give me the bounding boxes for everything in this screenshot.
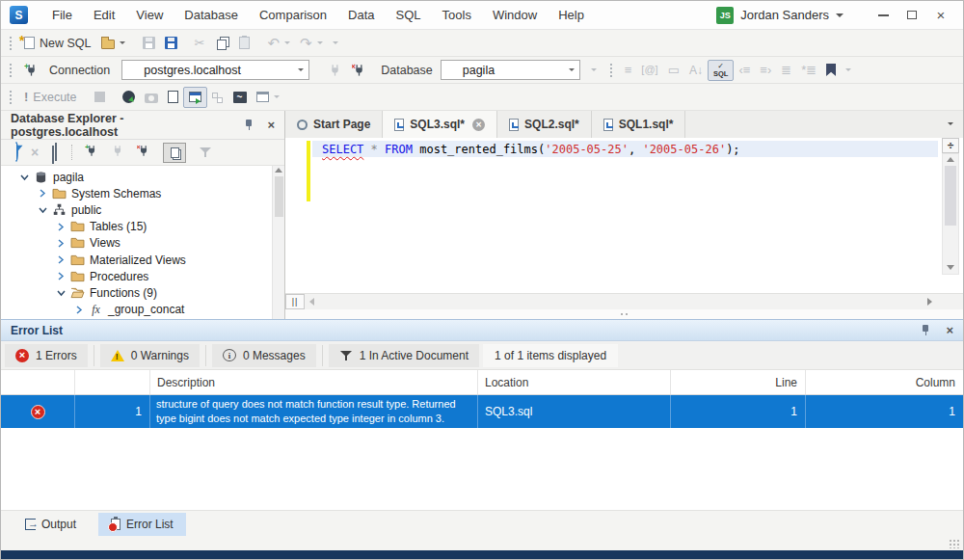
export-script-button[interactable] — [163, 87, 183, 108]
column-header-icon[interactable] — [1, 370, 75, 394]
explorer-close-button[interactable]: × — [267, 119, 275, 131]
minimize-button[interactable] — [869, 1, 897, 30]
export-data-button[interactable] — [183, 87, 207, 108]
disconnect-button[interactable]: × — [347, 60, 371, 81]
menu-item-tools[interactable]: Tools — [432, 1, 482, 30]
cut-button[interactable]: ✂ — [190, 33, 210, 54]
filter-errors-button[interactable]: 1 Errors — [5, 344, 88, 367]
tab-start-page[interactable]: Start Page — [285, 111, 383, 138]
refresh-button[interactable] — [14, 144, 18, 161]
find-in-text-button[interactable]: [@] — [636, 60, 662, 81]
menu-item-file[interactable]: File — [41, 1, 83, 30]
explorer-filter-button[interactable] — [199, 146, 212, 159]
explorer-pin-button[interactable] — [244, 119, 254, 131]
expand-arrow-icon[interactable] — [57, 237, 69, 249]
column-header-number[interactable] — [75, 370, 150, 394]
error-row-selected[interactable]: 1 structure of query does not match func… — [1, 395, 963, 428]
expand-arrow-icon[interactable] — [57, 221, 69, 232]
tab-sql2[interactable]: SQL2.sql* — [497, 111, 592, 138]
filter-messages-button[interactable]: 0 Messages — [212, 344, 316, 367]
chart-designer-button[interactable]: ~ — [228, 87, 252, 108]
tab-error-list[interactable]: Error List — [98, 513, 186, 536]
collapse-arrow-icon[interactable] — [20, 172, 33, 183]
stop-button[interactable] — [90, 87, 110, 108]
tree-item-group-concat[interactable]: fx_group_concat — [1, 302, 284, 318]
filter-warnings-button[interactable]: 0 Warnings — [100, 344, 200, 367]
snippet-button[interactable]: ▭ — [663, 60, 684, 81]
explorer-disconnect-button[interactable]: × — [137, 144, 150, 161]
tree-item-procedures[interactable]: Procedures — [1, 268, 284, 284]
split-handle[interactable]: || — [285, 294, 305, 309]
error-list-close-button[interactable]: × — [946, 324, 953, 336]
new-connection-button[interactable]: + — [19, 60, 43, 81]
tab-list-caret-icon[interactable] — [948, 122, 953, 125]
resize-grip[interactable] — [949, 539, 960, 548]
toolbar-grip[interactable] — [609, 63, 613, 78]
explorer-new-connection-button[interactable]: + — [85, 144, 98, 161]
menu-item-help[interactable]: Help — [548, 1, 595, 30]
tree-item-views[interactable]: Views — [1, 235, 284, 252]
copy-button[interactable] — [209, 33, 234, 54]
menu-item-window[interactable]: Window — [482, 1, 548, 30]
menu-item-database[interactable]: Database — [174, 1, 249, 30]
collapse-arrow-icon[interactable] — [57, 287, 69, 299]
avatar[interactable]: JS — [716, 7, 734, 24]
database-combobox[interactable]: pagila — [441, 60, 580, 80]
menu-item-data[interactable]: Data — [337, 1, 385, 30]
sql-editor[interactable]: SELECT * FROM most_rented_films('2005-05… — [285, 138, 963, 293]
tab-output[interactable]: Output — [13, 513, 89, 536]
tab-sql3[interactable]: SQL3.sql* ✕ — [383, 111, 497, 138]
editor-horizontal-scrollbar[interactable]: || — [285, 293, 963, 309]
toolbar2-overflow-button[interactable] — [841, 60, 856, 81]
execution-history-button[interactable] — [118, 87, 140, 108]
tree-item-functions-9[interactable]: Functions (9) — [1, 284, 284, 301]
tree-item-system-schemas[interactable]: System Schemas — [1, 185, 284, 201]
show-documents-button[interactable] — [163, 143, 186, 163]
paste-button[interactable] — [234, 33, 254, 54]
window-layout-button[interactable] — [252, 87, 284, 108]
duplicate-button[interactable] — [51, 144, 59, 161]
open-file-button[interactable] — [96, 33, 130, 54]
expand-arrow-icon[interactable] — [57, 271, 69, 282]
scroll-left-icon[interactable] — [305, 298, 318, 306]
comment-button[interactable]: ≣ — [776, 60, 796, 81]
redo-button[interactable]: ↷ — [295, 33, 328, 54]
tree-item-public[interactable]: public — [1, 201, 284, 218]
query-profiler-button[interactable] — [140, 87, 163, 108]
database-overflow-button[interactable] — [586, 60, 602, 81]
undo-button[interactable]: ↶ — [262, 33, 295, 54]
menu-item-view[interactable]: View — [125, 1, 174, 30]
explorer-connect-button[interactable] — [111, 144, 124, 161]
menu-item-sql[interactable]: SQL — [386, 1, 432, 30]
tab-close-icon[interactable]: ✕ — [472, 119, 485, 131]
delete-button[interactable]: × — [31, 146, 39, 159]
editor-vertical-scrollbar[interactable]: ÷ — [942, 138, 959, 275]
scroll-up-icon[interactable] — [275, 168, 282, 173]
uncomment-button[interactable]: *≣ — [796, 60, 821, 81]
column-header-location[interactable]: Location — [478, 370, 671, 394]
toolbar-grip[interactable] — [9, 36, 13, 51]
column-header-line[interactable]: Line — [671, 370, 806, 394]
menu-item-edit[interactable]: Edit — [83, 1, 125, 30]
collapse-arrow-icon[interactable] — [39, 204, 51, 216]
outdent-button[interactable]: ‹≡ — [734, 60, 755, 81]
connect-button[interactable] — [323, 60, 347, 81]
toolbar1-overflow-button[interactable] — [328, 33, 343, 54]
scroll-down-icon[interactable] — [947, 265, 954, 270]
save-all-button[interactable] — [160, 33, 182, 54]
layout-tiles-button[interactable] — [207, 87, 228, 108]
query-outline-button[interactable]: ≡ — [620, 60, 637, 81]
expand-arrow-icon[interactable] — [75, 304, 88, 315]
user-menu-caret-icon[interactable] — [836, 13, 844, 17]
execute-button[interactable]: ! Execute — [19, 87, 82, 108]
toolbar-grip[interactable] — [9, 90, 13, 105]
editor-errorlist-splitter[interactable] — [285, 309, 963, 319]
close-button[interactable]: × — [926, 1, 955, 30]
tab-sql1[interactable]: SQL1.sql* — [592, 111, 686, 138]
scroll-up-icon[interactable] — [947, 157, 954, 162]
indent-button[interactable]: ≡› — [755, 60, 776, 81]
error-list-pin-button[interactable] — [921, 324, 930, 336]
text-case-button[interactable]: A↓ — [684, 60, 708, 81]
filter-active-document-button[interactable]: 1 In Active Document — [329, 344, 479, 367]
scroll-thumb[interactable] — [945, 166, 956, 226]
